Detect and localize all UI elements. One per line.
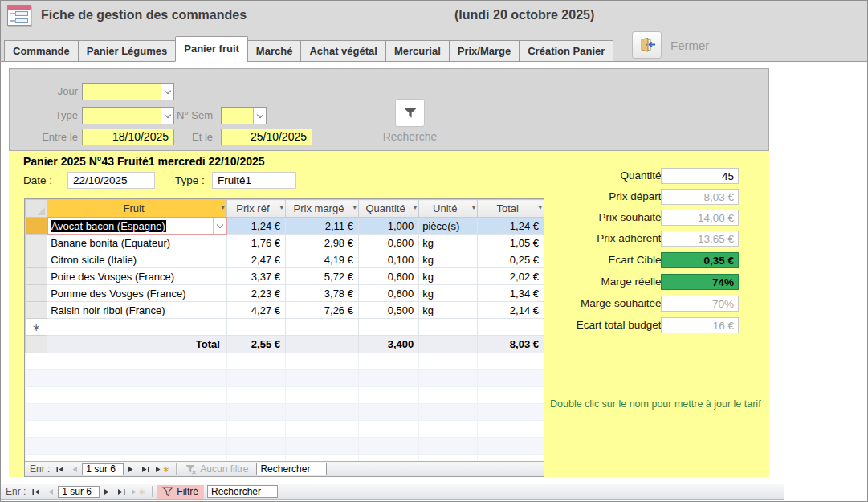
tab-marche[interactable]: Marché [247, 40, 302, 62]
exit-door-icon [638, 38, 656, 52]
next-record-button[interactable] [124, 463, 137, 475]
fermer-button[interactable] [632, 31, 662, 59]
new-record-button[interactable]: ∗ [153, 463, 171, 475]
column-header-prix-marge[interactable]: Prix margé▾ [286, 200, 359, 218]
first-record-button[interactable] [54, 463, 67, 475]
date-label: Date : [23, 174, 52, 186]
new-record-row: ∗ [26, 319, 544, 336]
empty-cell[interactable] [226, 319, 285, 336]
row-selector[interactable] [26, 302, 47, 319]
next-record-button[interactable] [100, 486, 113, 498]
jour-combobox[interactable] [82, 83, 174, 100]
filtered-indicator[interactable]: Filtré [157, 485, 204, 499]
empty-row [26, 370, 544, 387]
fruit-cell[interactable]: Citron sicile (Italie) [47, 251, 227, 268]
empty-cell [47, 353, 227, 370]
select-all-icon [37, 207, 45, 215]
new-record-button[interactable]: ∗ [129, 486, 147, 498]
tab-mercurial[interactable]: Mercurial [385, 40, 450, 62]
chevron-down-icon[interactable] [161, 84, 173, 100]
column-header-unite[interactable]: Unité▾ [419, 200, 478, 218]
date-field[interactable]: 22/10/2025 [67, 172, 155, 189]
row-selector[interactable] [26, 268, 47, 285]
empty-cell [286, 370, 359, 387]
empty-cell [419, 438, 478, 455]
record-position[interactable]: 1 sur 6 [58, 486, 100, 498]
fruit-datasheet: Fruit▾ Prix réf▾ Prix margé▾ Quantité▾ U… [24, 198, 544, 477]
type-field[interactable]: Fruité1 [212, 172, 296, 189]
previous-record-button[interactable] [44, 486, 57, 498]
fruit-cell[interactable]: Poire des Vosges (France) [47, 268, 227, 285]
row-selector[interactable] [26, 285, 47, 302]
empty-cell [26, 370, 47, 387]
row-selector[interactable] [26, 218, 47, 235]
fruit-cell[interactable]: Banane bonita (Equateur) [47, 235, 227, 251]
type-filter-label: Type [10, 109, 78, 121]
record-position[interactable]: 1 sur 6 [82, 463, 124, 475]
empty-cell[interactable] [286, 319, 359, 336]
prix-ref-cell: 2,47 € [226, 251, 285, 268]
empty-cell [358, 353, 418, 370]
empty-cell[interactable] [47, 319, 227, 336]
marge-reelle-field: 74% [661, 274, 739, 290]
column-header-prix-ref[interactable]: Prix réf▾ [226, 200, 285, 218]
fruit-combo-button[interactable] [213, 218, 226, 234]
empty-cell [226, 353, 285, 370]
prix-ref-cell: 3,37 € [226, 268, 285, 285]
table-row: Avocat bacon (Espagne)1,24 €2,11 €1,000p… [26, 218, 544, 235]
quantite-cell: 0,600 [358, 268, 418, 285]
quantite-label: Quantité : [507, 169, 667, 182]
dropdown-arrow-icon[interactable]: ▾ [538, 203, 542, 211]
last-record-button[interactable] [139, 463, 152, 475]
column-header-fruit[interactable]: Fruit▾ [47, 200, 227, 218]
chevron-down-icon[interactable] [253, 108, 266, 124]
table-row: Citron sicile (Italie)2,47 €4,19 €0,100k… [26, 251, 544, 268]
empty-cell [419, 404, 478, 421]
empty-cell [358, 421, 418, 438]
tab-prix-marge[interactable]: Prix/Marge [449, 40, 520, 62]
column-header-quantite[interactable]: Quantité▾ [358, 200, 418, 218]
empty-cell [358, 438, 418, 455]
empty-cell[interactable] [419, 319, 478, 336]
select-all-corner[interactable] [26, 200, 47, 218]
quantite-field[interactable]: 45 [661, 168, 739, 184]
recherche-button[interactable] [395, 99, 425, 127]
quantite-cell: 0,600 [358, 285, 418, 302]
quantite-cell: 1,000 [358, 218, 418, 235]
row-selector[interactable] [26, 235, 47, 251]
dropdown-arrow-icon[interactable]: ▾ [279, 203, 283, 211]
fruit-cell[interactable]: Pomme des Vosges (France) [47, 285, 227, 302]
record-label: Enr : [6, 486, 26, 497]
empty-cell [286, 353, 359, 370]
last-record-button[interactable] [115, 486, 128, 498]
et-le-field[interactable]: 25/10/2025 [221, 129, 312, 145]
num-sem-combobox[interactable] [221, 107, 267, 124]
first-record-button[interactable] [30, 486, 43, 498]
dropdown-arrow-icon[interactable]: ▾ [221, 203, 225, 211]
new-record-marker[interactable]: ∗ [26, 319, 47, 336]
tab-panier-fruit[interactable]: Panier fruit [175, 36, 248, 62]
tab-commande[interactable]: Commande [4, 40, 79, 62]
dropdown-arrow-icon[interactable]: ▾ [472, 203, 476, 211]
fruit-cell[interactable]: Raisin noir ribol (France) [47, 302, 227, 319]
empty-cell [26, 353, 47, 370]
subform-search-input[interactable]: Rechercher [256, 463, 327, 475]
dropdown-arrow-icon[interactable]: ▾ [352, 203, 357, 211]
tab-creation-panier[interactable]: Création Panier [519, 40, 613, 62]
main-search-input[interactable]: Rechercher [207, 485, 278, 498]
fruit-table: Fruit▾ Prix réf▾ Prix margé▾ Quantité▾ U… [25, 199, 544, 471]
marge-souhaitee-field: 70% [661, 296, 739, 312]
dropdown-arrow-icon[interactable]: ▾ [414, 203, 418, 211]
empty-cell [26, 438, 47, 455]
row-selector[interactable] [26, 251, 47, 268]
tab-achat-vegetal[interactable]: Achat végétal [300, 40, 386, 62]
header-date: (lundi 20 octobre 2025) [454, 8, 594, 22]
empty-cell [286, 387, 359, 404]
empty-cell [419, 387, 478, 404]
previous-record-button[interactable] [68, 463, 81, 475]
table-row: Banane bonita (Equateur)1,76 €2,98 €0,60… [26, 235, 544, 251]
fruit-cell[interactable]: Avocat bacon (Espagne) [47, 218, 227, 235]
empty-cell[interactable] [358, 319, 418, 336]
no-filter-indicator: Aucun filtre [181, 463, 253, 475]
tab-panier-legumes[interactable]: Panier Légumes [78, 40, 176, 62]
